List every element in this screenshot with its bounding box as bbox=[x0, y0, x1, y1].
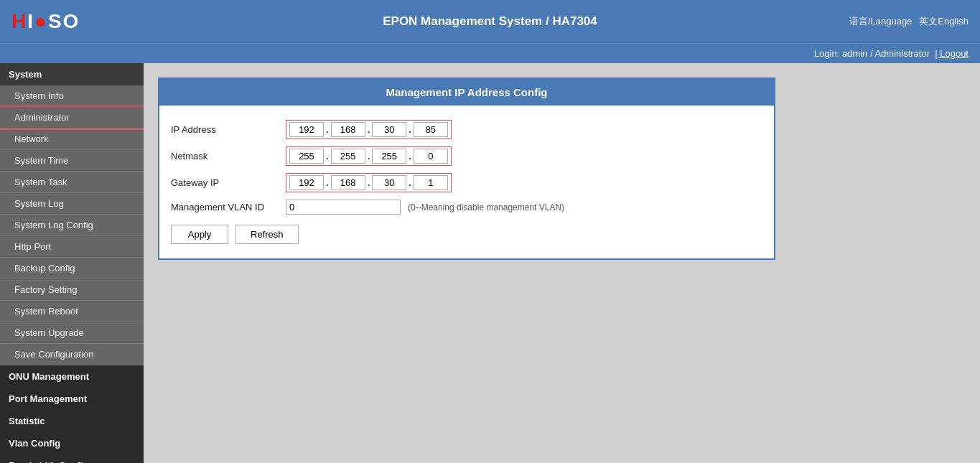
sidebar-section-system[interactable]: System bbox=[0, 63, 144, 85]
login-info: Login: admin / Administrator bbox=[814, 48, 930, 59]
ip-oct2[interactable] bbox=[331, 122, 365, 137]
netmask-row: Netmask . . . bbox=[171, 146, 762, 166]
sidebar-item-system-reboot[interactable]: System Reboot bbox=[0, 301, 144, 322]
sidebar-section-vlan[interactable]: Vlan Config bbox=[0, 432, 144, 454]
sidebar-item-save-configuration[interactable]: Save Configuration bbox=[0, 344, 144, 365]
main-content: Management IP Address Config IP Address … bbox=[144, 63, 980, 463]
gw-oct4[interactable] bbox=[414, 175, 448, 190]
apply-button[interactable]: Apply bbox=[171, 225, 228, 244]
logo-red: H bbox=[11, 10, 27, 32]
logo-dot: ● bbox=[34, 10, 48, 32]
panel-title: Management IP Address Config bbox=[159, 79, 774, 106]
vlan-label: Management VLAN ID bbox=[171, 202, 286, 212]
netmask-oct3[interactable] bbox=[372, 149, 406, 164]
sidebar-item-system-upgrade[interactable]: System Upgrade bbox=[0, 322, 144, 344]
gw-oct3[interactable] bbox=[372, 175, 406, 190]
gateway-fields: . . . bbox=[286, 173, 452, 192]
language-value[interactable]: 英文English bbox=[919, 15, 969, 28]
gw-dot-1: . bbox=[326, 177, 329, 188]
sidebar-section-onu[interactable]: ONU Management bbox=[0, 365, 144, 388]
sidebar-item-system-task[interactable]: System Task bbox=[0, 172, 144, 193]
nm-dot-1: . bbox=[326, 151, 329, 162]
ip-address-label: IP Address bbox=[171, 124, 286, 135]
ip-dot-1: . bbox=[326, 124, 329, 135]
gateway-row: Gateway IP . . . bbox=[171, 173, 762, 192]
sidebar-item-factory-setting[interactable]: Factory Setting bbox=[0, 279, 144, 301]
header-title: EPON Management System / HA7304 bbox=[383, 14, 597, 29]
language-label[interactable]: 语言/Language bbox=[849, 15, 912, 28]
panel-body: IP Address . . . Netmask bbox=[159, 106, 774, 258]
gw-oct1[interactable] bbox=[289, 175, 324, 190]
netmask-fields: . . . bbox=[286, 146, 452, 166]
sidebar-section-bandwidth[interactable]: Bandwidth Config bbox=[0, 454, 144, 463]
ip-dot-3: . bbox=[409, 124, 411, 135]
button-row: Apply Refresh bbox=[171, 225, 762, 244]
sidebar-section-statistic[interactable]: Statistic bbox=[0, 410, 144, 432]
ip-address-row: IP Address . . . bbox=[171, 120, 762, 139]
logo-area: HI●SO bbox=[11, 10, 80, 33]
sub-header: Login: admin / Administrator | Logout bbox=[0, 43, 980, 63]
ip-oct4[interactable] bbox=[414, 122, 448, 137]
header: HI●SO EPON Management System / HA7304 语言… bbox=[0, 0, 980, 43]
ip-oct1[interactable] bbox=[289, 122, 324, 137]
sidebar-item-system-log-config[interactable]: System Log Config bbox=[0, 215, 144, 236]
layout: System System Info Administrator Network… bbox=[0, 63, 980, 463]
gw-dot-2: . bbox=[368, 177, 370, 188]
gateway-label: Gateway IP bbox=[171, 177, 286, 188]
sidebar-item-system-log[interactable]: System Log bbox=[0, 193, 144, 215]
vlan-note: (0--Meaning disable management VLAN) bbox=[408, 202, 564, 212]
refresh-button[interactable]: Refresh bbox=[235, 225, 299, 244]
gw-oct2[interactable] bbox=[331, 175, 365, 190]
gw-dot-3: . bbox=[409, 177, 411, 188]
sidebar-item-http-port[interactable]: Http Port bbox=[0, 236, 144, 258]
nm-dot-2: . bbox=[368, 151, 370, 162]
vlan-id-input[interactable] bbox=[286, 200, 401, 215]
sidebar-item-system-time[interactable]: System Time bbox=[0, 150, 144, 172]
sidebar-item-system-info[interactable]: System Info bbox=[0, 85, 144, 107]
sidebar-item-network[interactable]: Network bbox=[0, 128, 144, 150]
config-panel: Management IP Address Config IP Address … bbox=[158, 78, 775, 260]
logout-link[interactable]: | Logout bbox=[935, 48, 969, 59]
netmask-oct1[interactable] bbox=[289, 149, 324, 164]
ip-address-fields: . . . bbox=[286, 120, 452, 139]
sidebar-item-backup-config[interactable]: Backup Config bbox=[0, 258, 144, 279]
sidebar-item-administrator[interactable]: Administrator bbox=[0, 107, 144, 128]
netmask-oct4[interactable] bbox=[414, 149, 448, 164]
ip-oct3[interactable] bbox=[372, 122, 406, 137]
vlan-row: Management VLAN ID (0--Meaning disable m… bbox=[171, 200, 762, 215]
ip-dot-2: . bbox=[368, 124, 370, 135]
header-right: 语言/Language 英文English bbox=[849, 15, 969, 28]
netmask-label: Netmask bbox=[171, 151, 286, 162]
nm-dot-3: . bbox=[409, 151, 411, 162]
sidebar-section-port[interactable]: Port Management bbox=[0, 388, 144, 410]
netmask-oct2[interactable] bbox=[331, 149, 365, 164]
logo: HI●SO bbox=[11, 10, 80, 33]
sidebar: System System Info Administrator Network… bbox=[0, 63, 144, 463]
